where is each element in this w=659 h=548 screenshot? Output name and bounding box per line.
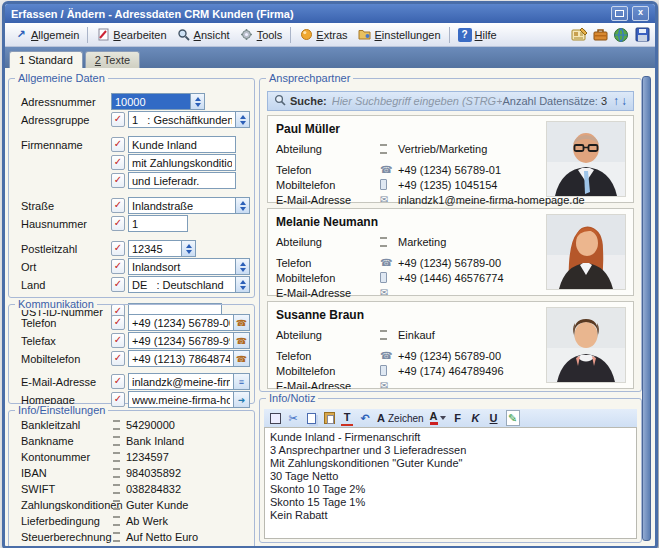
globe-icon[interactable] xyxy=(612,26,630,43)
group-allgemeine-daten: Allgemeine Daten Adressnummer Adressgrup… xyxy=(8,78,255,298)
mail-menu-button[interactable]: ≡ xyxy=(234,373,250,390)
close-button[interactable]: x xyxy=(632,6,649,21)
adressnummer-input[interactable] xyxy=(111,93,191,110)
edit-check-icon[interactable]: ✓ xyxy=(111,241,125,256)
next-record-button[interactable]: ↓ xyxy=(621,94,627,108)
edit-check-icon[interactable]: ✓ xyxy=(111,374,125,389)
dropdown-button[interactable] xyxy=(236,111,250,128)
phone-icon: ☎ xyxy=(380,350,398,361)
edit-check-icon[interactable]: ✓ xyxy=(111,315,125,330)
edit-check-icon[interactable]: ✓ xyxy=(111,137,125,152)
mobile-phone-icon xyxy=(380,365,387,376)
row-hausnummer: Hausnummer ✓ xyxy=(21,215,250,232)
mobile-phone-icon xyxy=(380,272,387,283)
contact-card-icon[interactable] xyxy=(570,26,588,43)
land-input[interactable] xyxy=(128,276,236,293)
contact-phone: +49 (1234) 56789-00 xyxy=(398,350,501,362)
undo-button[interactable]: ↶ xyxy=(359,411,371,425)
menu-einstellungen[interactable]: Einstellungen xyxy=(353,26,446,44)
dial-button[interactable]: ☎ xyxy=(234,332,250,349)
search-icon xyxy=(274,94,286,108)
edit-note-button[interactable]: ✎ xyxy=(506,410,520,426)
italic-button[interactable]: K xyxy=(470,411,482,425)
edit-check-icon[interactable]: ✓ xyxy=(111,277,125,292)
row-firmenname-3: ✓ xyxy=(21,172,250,189)
note-editor[interactable]: Kunde Inland - Firmenanschrift 3 Ansprec… xyxy=(264,427,637,539)
edit-check-icon[interactable]: ✓ xyxy=(111,112,125,127)
menu-bearbeiten[interactable]: Bearbeiten xyxy=(91,26,171,44)
paste-icon xyxy=(324,412,335,424)
tab-texte[interactable]: 2 Texte xyxy=(85,51,140,68)
contact-card[interactable]: Melanie Neumann Abteilung Marketing Tele… xyxy=(267,208,634,296)
mobiltelefon-input[interactable] xyxy=(128,350,234,367)
prev-record-button[interactable]: ↑ xyxy=(613,94,619,108)
font-color-button[interactable]: A xyxy=(430,411,446,425)
contact-mobile: +49 (1446) 46576774 xyxy=(398,272,504,284)
char-button[interactable]: A Zeichen xyxy=(377,411,424,425)
underline-button[interactable]: U xyxy=(488,411,500,425)
email-input[interactable] xyxy=(128,373,234,390)
dial-button[interactable]: ☎ xyxy=(234,350,250,367)
edit-check-icon[interactable]: ✓ xyxy=(111,155,125,170)
mail-icon: ✉ xyxy=(380,287,398,298)
row-telefon: Telefon ✓ ☎ xyxy=(21,314,250,331)
edit-check-icon[interactable]: ✓ xyxy=(111,392,125,407)
firmenname-input-3[interactable] xyxy=(128,172,236,189)
hausnummer-input[interactable] xyxy=(128,215,188,232)
row-telefax: Telefax ✓ ☎ xyxy=(21,332,250,349)
edit-check-icon[interactable]: ✓ xyxy=(111,173,125,188)
firmenname-input-2[interactable] xyxy=(128,154,236,171)
dial-button[interactable]: ☎ xyxy=(234,314,250,331)
frame-button[interactable] xyxy=(269,411,281,425)
firmenname-input-1[interactable] xyxy=(128,136,236,153)
dropdown-button[interactable] xyxy=(236,258,250,275)
dropdown-button[interactable] xyxy=(236,197,250,214)
edit-check-icon[interactable]: ✓ xyxy=(111,198,125,213)
edit-check-icon[interactable]: ✓ xyxy=(111,351,125,366)
contact-photo xyxy=(546,214,626,290)
menu-extras[interactable]: Extras xyxy=(294,26,352,44)
ort-input[interactable] xyxy=(128,258,236,275)
info-row: SWIFT038284832 xyxy=(21,483,250,495)
contact-card[interactable]: Susanne Braun Abteilung Einkauf Telefon … xyxy=(267,301,634,389)
telefax-input[interactable] xyxy=(128,332,234,349)
menu-allgemein[interactable]: ↗ Allgemein xyxy=(9,26,84,44)
row-adressnummer: Adressnummer xyxy=(21,93,250,110)
spinner-button[interactable] xyxy=(182,240,196,257)
contact-card[interactable]: Paul Müller Abteilung Vertrieb/Marketing… xyxy=(267,115,634,203)
info-row: SteuerberechnungAuf Netto Euro xyxy=(21,531,250,543)
edit-check-icon[interactable]: ✓ xyxy=(111,333,125,348)
homepage-input[interactable] xyxy=(128,391,234,408)
open-link-button[interactable]: ➜ xyxy=(234,391,250,408)
adressgruppe-input[interactable] xyxy=(128,111,236,128)
vertical-scrollbar[interactable] xyxy=(642,76,651,541)
edit-check-icon[interactable]: ✓ xyxy=(111,216,125,231)
contact-mobile: +49 (1235) 1045154 xyxy=(398,179,497,191)
plain-text-button[interactable]: T xyxy=(341,410,353,426)
search-placeholder[interactable]: Hier Suchbegriff eingeben (STRG+S) xyxy=(332,95,503,107)
dropdown-button[interactable] xyxy=(236,276,250,293)
group-title: Allgemeine Daten xyxy=(15,72,108,84)
tab-standard[interactable]: 1 Standard xyxy=(9,51,83,68)
briefcase-icon[interactable] xyxy=(591,26,609,43)
menu-tools[interactable]: Tools xyxy=(235,26,288,44)
frame-icon xyxy=(270,413,281,424)
title-bar[interactable]: Erfassen / Ändern - Adressdaten CRM Kund… xyxy=(5,4,655,23)
telefon-input[interactable] xyxy=(128,314,234,331)
contact-search-bar[interactable]: Suche: Hier Suchbegriff eingeben (STRG+S… xyxy=(267,91,634,111)
bold-button[interactable]: F xyxy=(452,411,464,425)
menu-ansicht[interactable]: Ansicht xyxy=(172,26,235,44)
spinner-button[interactable] xyxy=(191,93,205,110)
copy-button[interactable] xyxy=(305,411,317,425)
restore-button[interactable] xyxy=(611,6,628,21)
menu-hilfe[interactable]: ? Hilfe xyxy=(453,26,502,44)
extras-ball-icon xyxy=(299,28,313,42)
contact-mobile: +49 (174) 464789496 xyxy=(398,365,504,377)
strasse-input[interactable] xyxy=(128,197,236,214)
paste-button[interactable] xyxy=(323,411,335,425)
menu-separator xyxy=(290,27,291,43)
plz-input[interactable] xyxy=(128,240,182,257)
save-icon[interactable] xyxy=(633,26,651,43)
cut-button[interactable]: ✂ xyxy=(287,411,299,425)
edit-check-icon[interactable]: ✓ xyxy=(111,259,125,274)
